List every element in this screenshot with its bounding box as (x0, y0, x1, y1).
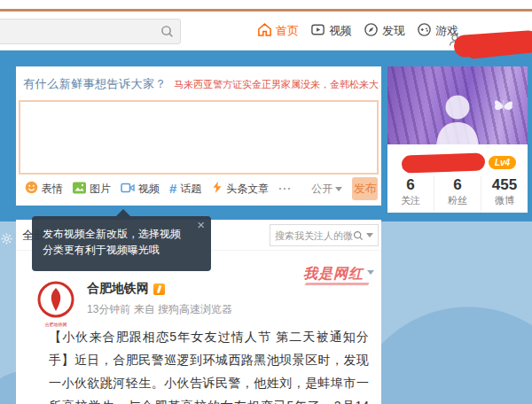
publish-button[interactable]: 发布 (352, 177, 378, 200)
stat-value: 6 (387, 176, 434, 194)
video-button[interactable]: 视频 (121, 182, 160, 197)
vip-badge-icon (153, 284, 165, 295)
composer-header: 有什么新鲜事想告诉大家？ 马来西亚警方证实金正男家属没来，金韩松来大马属于谣言 … (23, 76, 379, 92)
headline-article-button[interactable]: 头条文章 (211, 181, 269, 197)
stamp-text: 我是网红 (303, 266, 364, 281)
profile-card: Lv4 6 关注 6 粉丝 455 微博 (387, 66, 528, 213)
video-camera-icon (121, 182, 135, 197)
video-feature-tooltip: × 发布视频全新改版，选择视频分类更有利于视频曝光哦 (32, 216, 211, 271)
level-badge[interactable]: Lv4 (489, 156, 516, 169)
chevron-down-icon[interactable] (366, 233, 373, 237)
primary-nav: 首页 视频 发现 游戏 (257, 12, 458, 50)
stat-followers[interactable]: 6 粉丝 (434, 176, 481, 213)
nav-label: 发现 (382, 23, 405, 39)
nav-label: 视频 (329, 23, 352, 39)
chevron-down-icon (335, 187, 342, 191)
topic-button[interactable]: # 话题 (169, 182, 201, 197)
home-icon (257, 22, 272, 40)
stat-posts[interactable]: 455 微博 (481, 176, 528, 213)
promo-stamp: 我是网红 (303, 265, 374, 284)
tool-label: 表情 (42, 182, 63, 197)
nav-item-video[interactable]: 视频 (310, 22, 352, 40)
gear-icon[interactable] (1, 232, 12, 248)
composer-prompt: 有什么新鲜事想告诉大家？ (23, 76, 167, 92)
stat-label: 关注 (387, 194, 434, 207)
gamepad-icon (417, 22, 432, 40)
post-card: 我是网红 合肥地铁网 合肥地铁网 13分钟前 来自 搜狗高速浏览器 【小伙来合肥… (16, 251, 381, 404)
tool-label: 图片 (90, 182, 111, 197)
stat-label: 粉丝 (434, 194, 481, 207)
tool-label: 话题 (180, 182, 201, 197)
avatar[interactable] (36, 280, 75, 319)
compose-textarea[interactable] (19, 100, 379, 175)
video-icon (310, 22, 325, 40)
close-icon[interactable]: × (197, 217, 205, 232)
stat-value: 455 (481, 176, 528, 194)
post-meta: 13分钟前 来自 搜狗高速浏览器 (87, 302, 232, 317)
emoji-icon (25, 181, 38, 197)
more-options-icon[interactable]: ··· (278, 183, 292, 195)
lightning-icon (211, 181, 223, 197)
stat-value: 6 (434, 176, 481, 194)
compass-icon (364, 22, 379, 40)
tool-label: 头条文章 (226, 182, 269, 197)
nav-item-home[interactable]: 首页 (257, 22, 299, 40)
search-icon[interactable] (160, 25, 174, 38)
feed-search-box[interactable] (270, 224, 379, 246)
composer-card: 有什么新鲜事想告诉大家？ 马来西亚警方证实金正男家属没来，金韩松来大马属于谣言 … (16, 66, 381, 206)
author-row: 合肥地铁网 (87, 281, 165, 297)
search-icon[interactable] (353, 230, 364, 241)
tool-label: 视频 (138, 182, 160, 197)
composer-toolbar: 表情 图片 视频 # 话题 头条文章 ··· 公开 (25, 176, 378, 201)
butterfly-icon (492, 97, 515, 118)
global-search-box[interactable] (0, 19, 181, 44)
hashtag-icon: # (169, 183, 176, 195)
tooltip-text: 发布视频全新改版，选择视频分类更有利于视频曝光哦 (32, 216, 211, 258)
nav-item-discover[interactable]: 发现 (364, 22, 405, 40)
stat-label: 微博 (481, 194, 528, 207)
visibility-dropdown[interactable]: 公开 (311, 182, 342, 197)
post-time[interactable]: 13分钟前 (87, 303, 130, 315)
image-button[interactable]: 图片 (73, 182, 111, 197)
trending-headline-link[interactable]: 马来西亚警方证实金正男家属没来，金韩松来大马属于谣言 (174, 78, 379, 91)
chevron-down-icon[interactable] (367, 270, 374, 275)
search-input[interactable] (0, 26, 160, 38)
redaction-scribble (402, 152, 486, 173)
top-navbar: 首页 视频 发现 游戏 (0, 12, 532, 50)
visibility-label: 公开 (311, 182, 332, 197)
post-source[interactable]: 来自 搜狗高速浏览器 (134, 303, 232, 315)
emoji-button[interactable]: 表情 (25, 181, 63, 197)
post-body: 【小伙来合肥跟相恋5年女友过情人节 第二天被通知分手】近日，合肥民警巡逻到环城西… (49, 325, 369, 404)
stat-following[interactable]: 6 关注 (387, 176, 434, 213)
image-icon (73, 182, 86, 197)
avatar-placeholder-silhouette[interactable] (432, 91, 483, 153)
profile-stats: 6 关注 6 粉丝 455 微博 (387, 176, 528, 213)
feed-search-input[interactable] (275, 230, 353, 241)
author-name[interactable]: 合肥地铁网 (87, 281, 149, 297)
nav-label: 首页 (276, 23, 299, 39)
stamp-swoosh (304, 283, 370, 285)
browser-top-strip (0, 0, 532, 9)
